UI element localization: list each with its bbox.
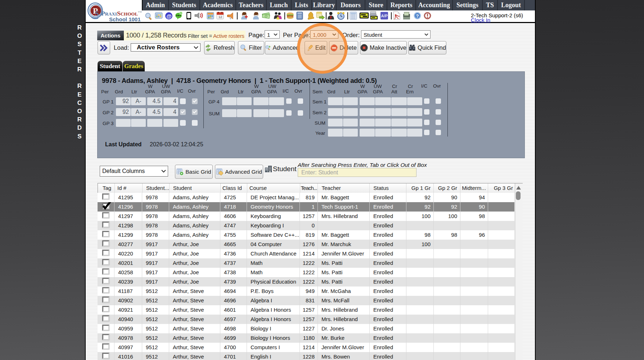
svg-text:S: S — [95, 9, 99, 17]
svg-text:@: @ — [166, 13, 172, 19]
svg-text:?: ? — [416, 13, 419, 19]
svg-text:A/P: A/P — [381, 14, 388, 18]
svg-text:12: 12 — [219, 15, 222, 19]
